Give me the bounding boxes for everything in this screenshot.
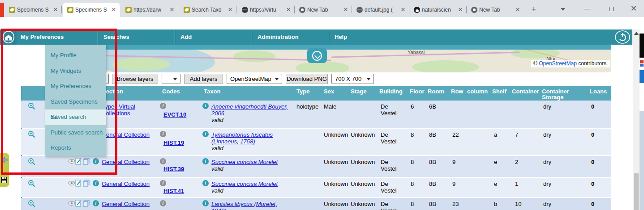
menu-help[interactable]: Help [329,29,406,45]
new-tab-button[interactable]: + [528,4,539,15]
code-info-icon[interactable]: i [160,180,166,186]
col-floor[interactable]: Floor [410,88,425,94]
code-link[interactable]: HIST.39 [163,166,184,172]
col-sex[interactable]: Sex [324,88,334,94]
code-link[interactable]: HIST.19 [163,139,184,146]
room-cell: 8B [429,159,436,165]
browser-tab[interactable]: Specimens S ✕ [4,3,62,17]
edit-icon[interactable] [75,180,83,187]
openstreetmap-link[interactable]: OpenStreetMap [539,60,577,67]
col-type[interactable]: Type [296,88,309,94]
taxon-info-icon[interactable]: i [202,103,209,109]
browser-tab[interactable]: https://virtu ✕ [237,3,295,17]
code-info-icon[interactable]: i [160,103,166,109]
png-size-select[interactable]: 700 X 700 [331,74,374,84]
col-room[interactable]: Room [428,88,444,94]
scrollbar-up-arrow[interactable] [634,32,639,35]
tab-close-icon[interactable]: ✕ [457,6,464,13]
map-panel-toggle-button[interactable] [307,48,327,63]
darwin-favicon [184,7,190,13]
col-row[interactable]: Row [451,88,463,94]
window-close-button[interactable]: ✕ [623,0,644,17]
code-info-icon[interactable]: i [160,158,166,164]
tab-close-icon[interactable]: ✕ [285,6,292,13]
floor-cell: 6 [411,103,414,110]
tab-title: Specimens S [17,7,50,13]
window-maximize-button[interactable] [601,0,622,17]
browser-tab[interactable]: New Tab ✕ [295,3,352,17]
duplicate-icon[interactable] [83,200,90,207]
taxon-link[interactable]: Succinea concisa Morelet [211,181,278,187]
tab-close-icon[interactable]: ✕ [168,6,176,13]
tab-title: Search Taxo [192,7,225,13]
col-loans[interactable]: Loans [590,88,607,94]
code-info-icon[interactable]: i [160,131,166,137]
col-building[interactable]: Building [379,88,403,94]
tab-title: https://darw [133,7,167,13]
zoom-record-icon[interactable] [28,200,35,207]
basemap-select[interactable]: OpenStreetMap [227,74,282,84]
taxon-link[interactable]: Tympanotonus fuscatus (Linnaeus, 1758) [211,131,273,145]
tab-close-icon[interactable]: ✕ [399,6,407,13]
taxon-info-icon[interactable]: i [202,180,209,186]
col-container[interactable]: Container [512,88,539,94]
browser-tab[interactable]: default.jpg ( ✕ [352,3,409,17]
tab-close-icon[interactable]: ✕ [110,6,117,13]
browser-tab-active[interactable]: Specimens S ✕ [63,3,120,17]
tab-close-icon[interactable]: ✕ [52,6,59,13]
collection-info-icon[interactable]: i [93,200,99,206]
browser-tab[interactable]: New Tab ✕ [467,3,524,17]
floppy-disk-icon[interactable] [0,176,8,184]
zoom-record-icon[interactable] [28,180,35,187]
code-link[interactable]: HIST.41 [163,188,184,194]
collection-info-icon[interactable]: i [93,180,99,186]
col-codes[interactable]: Codes [162,88,180,94]
menu-add[interactable]: Add [175,29,252,45]
eye-icon[interactable] [68,180,76,187]
layer-action-select[interactable] [162,74,180,84]
tab-close-icon[interactable]: ✕ [342,6,349,13]
logout-button[interactable] [613,30,632,44]
browser-tab[interactable]: naturalscien ✕ [409,3,467,17]
col-shelf[interactable]: Shelf [492,88,507,94]
tab-title: New Tab [479,7,512,13]
window-menu-button[interactable] [553,0,573,17]
collection-link[interactable]: General Collection [102,181,162,187]
sex-cell: Unknown [324,159,348,165]
download-png-button[interactable]: Download PNG [286,74,328,84]
taxon-link[interactable]: Succinea concisa Morelet [211,159,278,165]
code-info-icon[interactable]: i [160,200,166,206]
taxon-info-icon[interactable]: i [202,200,209,206]
col-column[interactable]: column [467,88,488,94]
duplicate-icon[interactable] [83,180,90,187]
taxon-link[interactable]: Anoeme vingerhoedti Bouyer, 2006 [211,103,288,117]
shelf-cell: b [494,201,497,207]
add-layers-button[interactable]: Add layers [184,74,223,84]
taxon-info-icon[interactable]: i [202,131,209,137]
col-stage[interactable]: Stage [351,88,366,94]
chevron-down-icon [312,51,322,61]
browse-layers-button[interactable]: Browse layers [112,74,158,84]
tab-title: New Tab [307,7,340,13]
scrollbar-thumb[interactable] [634,173,639,210]
edit-icon[interactable] [75,200,83,207]
globe-favicon [242,7,248,13]
eye-icon[interactable] [68,200,76,207]
code-link[interactable]: EVCT.10 [163,111,186,118]
menu-administration[interactable]: Administration [252,29,329,45]
col-taxon[interactable]: Taxon [204,88,220,94]
sex-cell: Male [324,103,336,110]
browser-tab[interactable]: https://darw ✕ [121,3,178,17]
row-cell: 9 [452,181,455,187]
collection-link[interactable]: General Collection [102,201,162,207]
browser-tab[interactable]: Search Taxo ✕ [179,3,236,17]
window-minimize-button[interactable]: — [577,0,597,17]
taxon-info-icon[interactable]: i [202,158,209,164]
tab-close-icon[interactable]: ✕ [514,6,521,13]
room-cell: 8B [429,201,436,207]
map-attribution: © OpenStreetMap contributors. [531,60,610,67]
tab-close-icon[interactable]: ✕ [227,6,234,13]
taxon-link[interactable]: Lanistes libycus (Morelet, 1848) [211,201,277,210]
map-canvas[interactable]: Yabassi Ntui [45,50,611,72]
col-container-storage[interactable]: Container Storage [542,88,574,100]
